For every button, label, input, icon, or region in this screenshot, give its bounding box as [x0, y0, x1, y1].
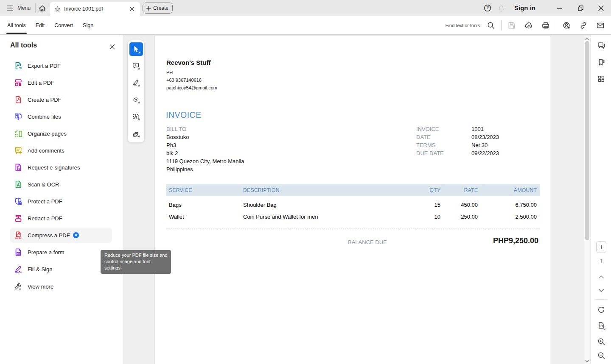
tool-item-combine-files[interactable]: Combine files [10, 109, 112, 124]
tab-all-tools[interactable]: All tools [7, 16, 26, 35]
create-button[interactable]: Create [143, 3, 173, 14]
zoom-in-icon [597, 337, 605, 346]
meta-value: 09/22/2023 [471, 150, 499, 156]
protect-pdf-icon [14, 197, 22, 206]
toolbar: All tools Edit Convert Sign Find text or… [0, 16, 611, 35]
printer-icon [541, 21, 550, 30]
upload-cloud-button[interactable] [522, 19, 535, 32]
zoom-out-icon [597, 351, 605, 360]
notifications-button[interactable] [494, 1, 508, 15]
draw-tool[interactable] [129, 93, 143, 107]
window-restore-button[interactable] [574, 0, 587, 16]
bill-to-line: blk 2 [166, 150, 178, 156]
tool-item-label: Create a PDF [28, 97, 61, 103]
current-page-input[interactable]: 1 [596, 241, 606, 253]
cell-qty: 15 [434, 202, 440, 208]
menu-button[interactable]: Menu [7, 2, 31, 14]
request-esignatures-icon [14, 163, 22, 172]
zoom-level-button[interactable]: 1:1 [596, 320, 607, 331]
rotate-page-button[interactable] [596, 304, 607, 315]
find-text-label[interactable]: Find text or tools [446, 23, 480, 28]
tool-item-protect-a-pdf[interactable]: Protect a PDF [10, 194, 112, 209]
add-text-tool-icon [132, 113, 140, 121]
tool-item-label: Prepare a form [28, 249, 64, 256]
help-icon: ? [484, 4, 491, 12]
tab-edit[interactable]: Edit [36, 16, 45, 35]
request-signature-button[interactable] [560, 19, 573, 32]
window-close-button[interactable] [594, 0, 607, 16]
tool-item-label: View more [28, 283, 53, 290]
next-page-button[interactable] [596, 285, 607, 296]
search-button[interactable] [484, 19, 498, 32]
tab-convert[interactable]: Convert [54, 16, 73, 35]
tab-title: Invoice 1001.pdf [64, 6, 128, 12]
comments-panel-button[interactable] [596, 40, 607, 51]
zoom-in-button[interactable] [596, 336, 607, 347]
tool-item-add-comments[interactable]: Add comments [10, 143, 112, 158]
tab-sign[interactable]: Sign [83, 16, 93, 35]
sign-tool-icon [132, 130, 140, 138]
bookmarks-panel-button[interactable] [596, 57, 607, 68]
home-icon [38, 4, 46, 12]
hamburger-icon [7, 5, 13, 11]
menu-label: Menu [17, 5, 31, 11]
sign-in-button[interactable]: Sign in [514, 4, 535, 11]
compress-pdf-icon [14, 231, 22, 239]
tool-item-compress-a-pdf[interactable]: Compress a PDF [10, 228, 112, 243]
tool-item-view-more[interactable]: View more [10, 279, 112, 294]
print-button[interactable] [539, 19, 552, 32]
select-tool-icon [132, 44, 141, 54]
cell-qty: 10 [434, 214, 440, 220]
tool-item-label: Scan & OCR [28, 181, 59, 188]
bill-to-line: 1119 Quezon City, Metro Manila [166, 158, 244, 164]
previous-page-button[interactable] [596, 271, 607, 282]
minimize-icon [557, 6, 562, 11]
person-add-icon [562, 21, 571, 30]
tool-item-create-a-pdf[interactable]: Create a PDF [10, 92, 112, 107]
sign-tool[interactable] [129, 127, 143, 141]
email-button[interactable] [594, 19, 607, 32]
window-minimize-button[interactable] [553, 0, 566, 16]
meta-label: TERMS [416, 142, 436, 148]
home-button[interactable] [36, 2, 48, 14]
company-name: Reevon's Stuff [166, 59, 210, 66]
highlight-tool[interactable] [129, 76, 143, 90]
add-text-tool[interactable] [129, 110, 143, 124]
document-tab[interactable]: Invoice 1001.pdf [50, 2, 140, 16]
tool-item-redact-a-pdf[interactable]: Redact a PDF [10, 211, 112, 226]
save-icon [507, 21, 516, 30]
share-link-button[interactable] [577, 19, 590, 32]
tool-item-export-a-pdf[interactable]: Export a PDF [10, 58, 112, 73]
scroll-down-arrow[interactable] [584, 358, 590, 364]
cell-amount: 2,500.00 [515, 214, 537, 220]
save-button[interactable] [505, 19, 519, 32]
link-icon [579, 21, 588, 30]
total-pages-label: 1 [591, 258, 611, 264]
tool-item-request-e-signatures[interactable]: Request e-signatures [10, 160, 112, 175]
tool-item-label: Compress a PDF [28, 232, 70, 239]
prepare-form-icon [14, 248, 22, 256]
tool-item-edit-a-pdf[interactable]: Edit a PDF [10, 75, 112, 90]
help-button[interactable]: ? [481, 1, 494, 15]
thumbnails-panel-button[interactable] [596, 73, 607, 84]
tool-item-fill-sign[interactable]: Fill & Sign [10, 261, 112, 277]
tool-item-scan-ocr[interactable]: Scan & OCR [10, 177, 112, 192]
document-area: Reevon's StuffPH+63 9367140616patchicoy5… [123, 35, 590, 364]
panel-close-button[interactable] [107, 42, 117, 52]
add-comment-tool[interactable] [129, 59, 143, 73]
rail-divider [595, 299, 607, 300]
tool-item-label: Export a PDF [28, 63, 61, 69]
select-tool[interactable] [129, 42, 143, 56]
star-icon[interactable] [54, 6, 61, 12]
bill-to-line: Bosstuko [166, 134, 189, 140]
tool-item-prepare-a-form[interactable]: Prepare a form [10, 245, 112, 260]
zoom-out-button[interactable] [596, 350, 607, 361]
tool-item-organize-pages[interactable]: Organize pages [10, 126, 112, 141]
page-up-icon [598, 275, 604, 279]
add-comments-icon [14, 146, 22, 155]
col-service: SERVICE [169, 187, 192, 193]
scrollbar-thumb[interactable] [585, 41, 589, 240]
meta-value: 08/23/2023 [471, 134, 499, 140]
cell-service: Bags [169, 202, 182, 208]
tab-close-button[interactable] [128, 5, 136, 13]
